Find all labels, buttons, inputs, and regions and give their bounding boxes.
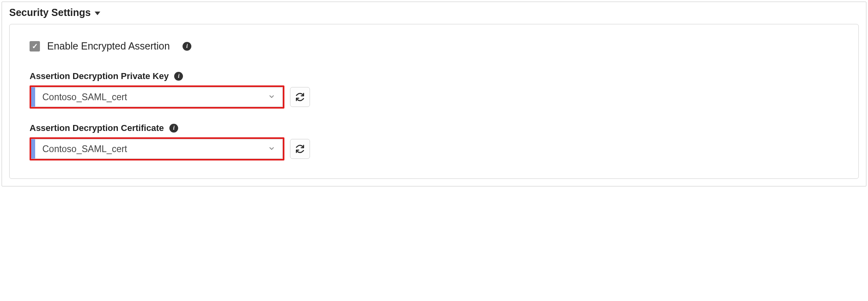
private-key-label: Assertion Decryption Private Key <box>30 71 169 81</box>
chevron-down-icon <box>268 92 275 103</box>
private-key-select-row: Contoso_SAML_cert <box>30 85 838 109</box>
chevron-down-icon <box>268 144 275 154</box>
info-icon[interactable]: i <box>183 42 191 51</box>
refresh-certificate-button[interactable] <box>290 139 310 159</box>
private-key-field: Assertion Decryption Private Key i Conto… <box>30 71 838 109</box>
enable-encrypted-assertion-label: Enable Encrypted Assertion <box>47 40 170 52</box>
checkmark-icon: ✓ <box>32 43 38 50</box>
caret-down-icon <box>95 12 100 15</box>
section-title: Security Settings <box>9 7 91 18</box>
refresh-icon <box>295 144 305 154</box>
highlight-frame: Contoso_SAML_cert <box>30 137 284 160</box>
refresh-private-key-button[interactable] <box>290 87 310 107</box>
settings-container: Security Settings ✓ Enable Encrypted Ass… <box>2 2 866 186</box>
certificate-field: Assertion Decryption Certificate i Conto… <box>30 123 838 160</box>
certificate-value: Contoso_SAML_cert <box>42 144 127 154</box>
info-icon[interactable]: i <box>174 72 183 81</box>
enable-encrypted-assertion-row: ✓ Enable Encrypted Assertion i <box>30 40 838 52</box>
private-key-value: Contoso_SAML_cert <box>42 92 127 103</box>
refresh-icon <box>295 92 305 102</box>
settings-panel: ✓ Enable Encrypted Assertion i Assertion… <box>9 24 859 179</box>
private-key-select[interactable]: Contoso_SAML_cert <box>31 87 283 107</box>
private-key-label-row: Assertion Decryption Private Key i <box>30 71 838 81</box>
certificate-label: Assertion Decryption Certificate <box>30 123 164 133</box>
certificate-select[interactable]: Contoso_SAML_cert <box>31 139 283 159</box>
section-header[interactable]: Security Settings <box>9 7 859 18</box>
certificate-select-row: Contoso_SAML_cert <box>30 137 838 160</box>
info-icon[interactable]: i <box>169 124 178 133</box>
certificate-label-row: Assertion Decryption Certificate i <box>30 123 838 133</box>
highlight-frame: Contoso_SAML_cert <box>30 85 284 109</box>
enable-encrypted-assertion-checkbox[interactable]: ✓ <box>30 41 40 51</box>
